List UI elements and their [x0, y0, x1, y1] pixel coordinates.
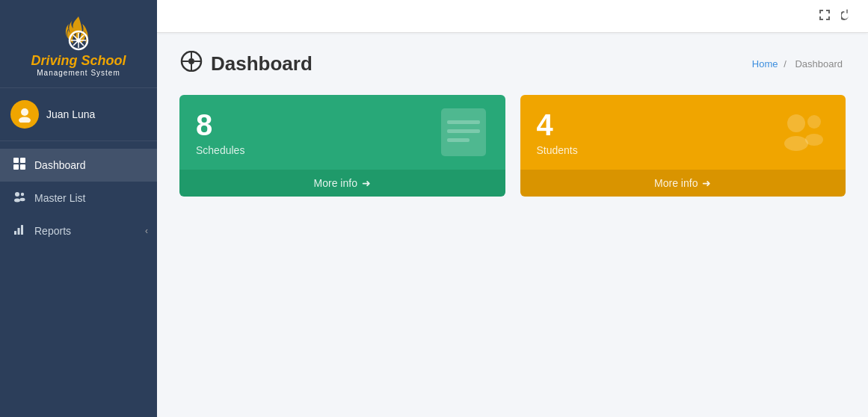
sidebar-item-reports-label: Reports	[34, 225, 71, 237]
page-content: Dashboard Home / Dashboard 8 Schedules	[157, 33, 868, 417]
app-subtitle: Management System	[37, 69, 120, 77]
sidebar-item-reports[interactable]: Reports ‹	[0, 214, 157, 247]
svg-rect-24	[846, 9, 848, 13]
sidebar-item-master-list-label: Master List	[34, 192, 85, 204]
svg-rect-22	[18, 228, 20, 235]
breadcrumb-separator: /	[784, 58, 787, 70]
svg-rect-21	[14, 231, 16, 235]
breadcrumb: Home / Dashboard	[752, 58, 846, 70]
main-content: Dashboard Home / Dashboard 8 Schedules	[157, 0, 868, 417]
page-title-wrap: Dashboard	[179, 51, 313, 77]
svg-point-38	[805, 134, 823, 146]
svg-line-9	[73, 42, 77, 46]
app-logo-icon	[58, 13, 99, 54]
topbar	[157, 0, 868, 33]
svg-rect-33	[447, 129, 480, 133]
svg-rect-13	[20, 158, 25, 163]
reports-icon	[12, 223, 27, 238]
card-schedules-label: Schedules	[196, 144, 244, 156]
svg-point-16	[15, 192, 19, 197]
svg-rect-34	[447, 138, 470, 142]
card-students-more-info[interactable]: More info ➜	[520, 170, 846, 197]
svg-rect-15	[20, 164, 25, 170]
card-schedules-more-info-label: More info	[314, 177, 357, 189]
dashboard-icon	[12, 158, 27, 173]
card-schedules-info: 8 Schedules	[196, 110, 244, 156]
card-students: 4 Students More info ➜	[520, 95, 846, 197]
card-schedules-more-info[interactable]: More info ➜	[179, 170, 505, 197]
page-header: Dashboard Home / Dashboard	[179, 51, 846, 77]
svg-point-11	[19, 117, 31, 123]
sidebar-item-dashboard[interactable]: Dashboard	[0, 149, 157, 182]
svg-point-35	[787, 114, 805, 132]
card-students-body: 4 Students	[520, 95, 846, 170]
card-students-label: Students	[537, 144, 578, 156]
master-list-icon	[12, 191, 27, 206]
breadcrumb-current: Dashboard	[795, 58, 843, 70]
svg-rect-31	[441, 108, 486, 156]
sidebar-logo: Driving School Management System	[0, 0, 157, 88]
page-title: Dashboard	[211, 52, 313, 75]
svg-line-7	[80, 42, 84, 46]
cards-row: 8 Schedules More info ➜	[179, 95, 846, 197]
svg-rect-32	[447, 120, 480, 124]
card-students-more-info-label: More info	[654, 177, 698, 189]
svg-point-10	[21, 108, 28, 116]
card-students-bg-icon	[774, 102, 834, 170]
card-students-info: 4 Students	[537, 110, 578, 156]
svg-point-19	[21, 193, 24, 196]
user-name: Juan Luna	[46, 108, 95, 120]
card-schedules-body: 8 Schedules	[179, 95, 505, 170]
sidebar: Driving School Management System Juan Lu…	[0, 0, 157, 417]
card-students-number: 4	[537, 110, 578, 140]
power-icon[interactable]	[841, 9, 853, 24]
card-schedules-number: 8	[196, 110, 244, 140]
svg-point-36	[784, 136, 808, 151]
sidebar-user: Juan Luna	[0, 88, 157, 141]
app-title: Driving School	[31, 54, 126, 69]
svg-point-37	[807, 115, 821, 129]
reports-collapse-arrow: ‹	[145, 226, 148, 236]
sidebar-item-master-list[interactable]: Master List	[0, 182, 157, 214]
card-schedules-bg-icon	[434, 102, 493, 170]
card-schedules: 8 Schedules More info ➜	[179, 95, 505, 197]
svg-point-20	[20, 198, 25, 201]
card-schedules-arrow-icon: ➜	[362, 177, 371, 189]
breadcrumb-home[interactable]: Home	[752, 58, 778, 70]
avatar	[10, 100, 39, 129]
sidebar-nav: Dashboard Master List Reports ‹	[0, 141, 157, 247]
svg-point-26	[188, 58, 194, 64]
resize-icon[interactable]	[819, 9, 831, 24]
svg-rect-12	[13, 158, 19, 163]
card-students-arrow-icon: ➜	[702, 177, 711, 189]
svg-point-1	[76, 38, 81, 43]
svg-rect-14	[13, 164, 19, 170]
svg-rect-23	[21, 225, 23, 235]
svg-point-18	[14, 198, 20, 202]
page-title-icon	[179, 51, 203, 77]
sidebar-item-dashboard-label: Dashboard	[34, 159, 86, 171]
